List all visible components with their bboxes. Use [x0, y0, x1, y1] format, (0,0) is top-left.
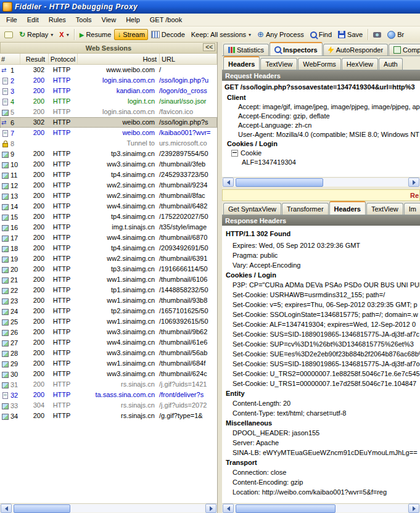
column-header-protocol[interactable]: Protocol	[49, 54, 78, 64]
menu-item[interactable]: Tools	[71, 15, 97, 25]
session-row[interactable]: 34 200 HTTP rs.sinajs.cn /g.gif?type=1&	[0, 411, 217, 421]
session-row[interactable]: 25 200 HTTP ww1.sinaimg.cn /1069392615/5…	[0, 316, 217, 327]
scroll-left-button[interactable]	[223, 504, 234, 513]
response-tab[interactable]: Transformer	[282, 203, 329, 215]
response-horizontal-scrollbar[interactable]	[222, 503, 420, 513]
request-horizontal-scrollbar[interactable]	[222, 177, 420, 187]
menu-item[interactable]: File	[1, 15, 22, 25]
cookie-node[interactable]: Cookie	[222, 149, 420, 158]
response-header-item[interactable]: Set-Cookie: USRHAWB=usrmdins312_155; pat…	[222, 290, 420, 300]
request-tab[interactable]: Auth	[379, 58, 403, 70]
response-header-item[interactable]: Set-Cookie: SUE=es%3D2e2eb90f23b884b2f20…	[222, 349, 420, 359]
session-row[interactable]: 26 200 HTTP ww3.sinaimg.cn /thumbnail/9b…	[0, 327, 217, 337]
main-tab[interactable]: AutoResponder	[323, 44, 388, 55]
response-header-item[interactable]: Content-Encoding: gzip	[222, 477, 420, 487]
column-header-url[interactable]: URL	[160, 54, 217, 64]
response-tab[interactable]: Headers	[329, 201, 366, 215]
request-header-item[interactable]: Accept-Encoding: gzip, deflate	[222, 112, 420, 121]
collapse-panel-button[interactable]: <<	[203, 43, 215, 51]
session-row[interactable]: 1 302 HTTP www.weibo.com /	[0, 65, 217, 75]
decode-button[interactable]: Decode	[148, 29, 188, 40]
session-row[interactable]: 6 302 HTTP weibo.com /sso/login.php?s	[0, 117, 217, 128]
session-row[interactable]: 8 Tunnel to urs.microsoft.co	[0, 138, 217, 149]
request-header-item[interactable]: Accept-Language: zh-cn	[222, 121, 420, 130]
session-row[interactable]: 13 200 HTTP ww2.sinaimg.cn /thumbnail/8f…	[0, 191, 217, 201]
scroll-left-button[interactable]	[1, 504, 12, 513]
session-row[interactable]: 10 200 HTTP ww3.sinaimg.cn /thumbnail/3f…	[0, 159, 217, 170]
response-group-miscellaneous[interactable]: Miscellaneous	[222, 418, 420, 428]
any-process-button[interactable]: Any Process	[254, 29, 307, 40]
session-row[interactable]: 23 200 HTTP ww1.sinaimg.cn /thumbnail/93…	[0, 295, 217, 306]
response-header-item[interactable]: SINA-LB: eWYyMTEuaGEueWZncm91cDEuYmouLmJ…	[222, 448, 420, 458]
request-group-client[interactable]: Client	[222, 93, 420, 102]
save-button[interactable]: Save	[335, 29, 366, 40]
scroll-right-button[interactable]	[408, 504, 419, 513]
scroll-thumb[interactable]	[236, 178, 323, 187]
request-header-item[interactable]: Accept: image/gif, image/jpeg, image/pjp…	[222, 102, 420, 112]
session-row[interactable]: 5 200 HTTP login.sina.com.cn /favicon.ic…	[0, 107, 217, 117]
response-encoded-notice[interactable]: Re	[222, 189, 420, 201]
scroll-right-button[interactable]	[408, 178, 419, 187]
response-group-cookies[interactable]: Cookies / Login	[222, 270, 420, 280]
scroll-right-button[interactable]	[205, 504, 216, 513]
response-header-item[interactable]: Set-Cookie: SUP=cv%3D1%26bt%3D1346815775…	[222, 339, 420, 349]
session-row[interactable]: 4 200 HTTP login.t.cn /sinaurl/sso.jsor	[0, 96, 217, 107]
session-row[interactable]: 33 304 HTTP rs.sinajs.cn /j.gif?uids=207…	[0, 400, 217, 411]
session-row[interactable]: 27 200 HTTP ww4.sinaimg.cn /thumbnail/61…	[0, 337, 217, 348]
main-tab[interactable]: Inspectors	[270, 42, 323, 56]
response-status-line[interactable]: HTTP/1.1 302 Found	[222, 227, 420, 240]
response-header-item[interactable]: Pragma: public	[222, 250, 420, 260]
session-row[interactable]: 24 200 HTTP tp2.sinaimg.cn /1657101625/5…	[0, 306, 217, 316]
comment-button[interactable]	[1, 30, 16, 40]
response-group-transport[interactable]: Transport	[222, 458, 420, 467]
request-header-item[interactable]: User-Agent: Mozilla/4.0 (compatible; MSI…	[222, 130, 420, 139]
session-row[interactable]: 30 200 HTTP ww3.sinaimg.cn /thumbnail/62…	[0, 369, 217, 379]
menu-item[interactable]: GET /book	[145, 15, 187, 25]
response-header-item[interactable]: Set-Cookie: ALF=1347419304; expires=Wed,…	[222, 319, 420, 329]
session-row[interactable]: 7 200 HTTP weibo.com /kaibao001?wvr=	[0, 128, 217, 138]
scroll-thumb[interactable]	[236, 504, 336, 513]
request-tab[interactable]: Headers	[223, 56, 260, 70]
session-row[interactable]: 3 200 HTTP kandian.com /logon/do_cross	[0, 86, 217, 96]
response-header-item[interactable]: Set-Cookie: v=5; expires=Thu, 06-Sep-201…	[222, 300, 420, 310]
resume-button[interactable]: Resume	[76, 29, 115, 41]
session-row[interactable]: 11 200 HTTP tp4.sinaimg.cn /2452933723/5…	[0, 170, 217, 180]
keep-sessions-button[interactable]: Keep: All sessions▾	[188, 29, 254, 40]
scroll-left-button[interactable]	[223, 178, 234, 187]
response-header-item[interactable]: Set-Cookie: SUS=SID-1889019865-134681577…	[222, 329, 420, 339]
response-group-entity[interactable]: Entity	[222, 388, 420, 398]
response-header-item[interactable]: Content-Length: 20	[222, 398, 420, 408]
main-tab[interactable]: Comp	[389, 44, 420, 55]
menu-item[interactable]: View	[97, 15, 121, 25]
response-header-item[interactable]: Expires: Wed, 05 Sep 2012 03:29:36 GMT	[222, 240, 420, 250]
session-row[interactable]: 19 200 HTTP ww2.sinaimg.cn /thumbnail/63…	[0, 253, 217, 264]
request-tab[interactable]: TextView	[260, 58, 297, 70]
response-header-item[interactable]: DPOOL_HEADER: jason155	[222, 428, 420, 438]
session-row[interactable]: 2 200 HTTP login.sina.com.cn /sso/login.…	[0, 75, 217, 86]
response-tab[interactable]: Get SyntaxView	[223, 203, 281, 215]
scroll-track[interactable]	[234, 178, 408, 186]
menu-item[interactable]: Edit	[22, 15, 44, 25]
session-row[interactable]: 29 200 HTTP ww1.sinaimg.cn /thumbnail/68…	[0, 358, 217, 369]
request-line[interactable]: GET /sso/login.php?ssosavestate=13474193…	[222, 81, 420, 92]
browse-button[interactable]: Br	[384, 29, 407, 41]
session-row[interactable]: 14 200 HTTP ww4.sinaimg.cn /thumbnail/64…	[0, 201, 217, 211]
session-row[interactable]: 22 200 HTTP tp1.sinaimg.cn /1448858232/5…	[0, 285, 217, 295]
response-header-item[interactable]: Server: Apache	[222, 438, 420, 448]
cookie-value-item[interactable]: ALF=1347419304	[222, 158, 420, 167]
session-row[interactable]: 12 200 HTTP ww2.sinaimg.cn /thumbnail/92…	[0, 180, 217, 191]
sessions-horizontal-scrollbar[interactable]	[0, 503, 217, 513]
column-header-host[interactable]: Host	[78, 54, 160, 64]
scroll-track[interactable]	[234, 504, 408, 512]
session-row[interactable]: 17 200 HTTP ww4.sinaimg.cn /thumbnail/68…	[0, 232, 217, 243]
main-tab[interactable]: Statistics	[223, 44, 269, 55]
response-header-item[interactable]: Location: http://weibo.com/kaibao001?wvr…	[222, 487, 420, 497]
session-row[interactable]: 21 200 HTTP ww1.sinaimg.cn /thumbnail/61…	[0, 274, 217, 285]
session-row[interactable]: 16 200 HTTP img.t.sinajs.cn /t35/style/i…	[0, 222, 217, 232]
session-row[interactable]: 28 200 HTTP ww3.sinaimg.cn /thumbnail/56…	[0, 348, 217, 358]
menu-item[interactable]: Help	[121, 15, 145, 25]
request-tab[interactable]: HexView	[342, 58, 378, 70]
response-header-item[interactable]: Set-Cookie: U_TRS2=00000007.1e88258f.504…	[222, 369, 420, 379]
menu-item[interactable]: Rules	[44, 15, 71, 25]
find-button[interactable]: Find	[307, 29, 335, 40]
